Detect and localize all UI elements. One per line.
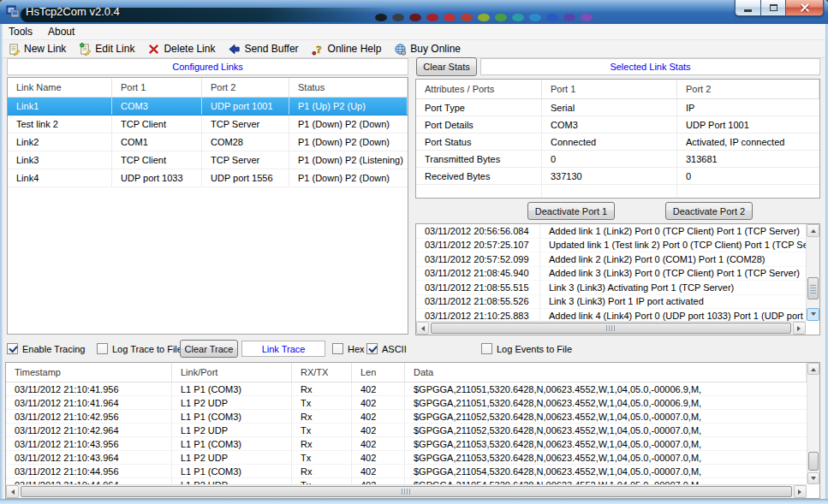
table-cell: Tx — [292, 478, 352, 484]
scroll-thumb[interactable] — [21, 486, 792, 497]
table-row[interactable]: Link4UDP port 1033UDP port 1556P1 (Down)… — [8, 169, 408, 187]
scroll-thumb[interactable] — [807, 277, 819, 299]
buy-online-button[interactable]: Buy Online — [389, 42, 466, 56]
column-header[interactable]: Port 1 — [542, 80, 677, 98]
column-header[interactable]: Data — [405, 363, 807, 382]
menu-about[interactable]: About — [41, 25, 81, 39]
scroll-down-button[interactable] — [807, 308, 819, 321]
send-buffer-icon — [228, 43, 241, 56]
column-header[interactable]: Len — [352, 363, 405, 382]
table-cell: TCP Client — [112, 151, 202, 169]
table-row[interactable]: 03/11/2012 21:10:43.964L1 P2 UDPTx402$GP… — [6, 451, 807, 465]
table-row[interactable] — [416, 185, 819, 199]
table-cell: Added link 3 (Link3) Port 0 (TCP Client)… — [540, 267, 806, 281]
clear-trace-button[interactable]: Clear Trace — [180, 340, 238, 358]
menu-tools[interactable]: Tools — [2, 25, 39, 39]
table-row[interactable]: 03/11/2012 21:08:55.526Link 3 (Link3) Po… — [416, 295, 806, 310]
deactivate-port1-button[interactable]: Deactivate Port 1 — [527, 202, 615, 220]
scroll-thumb[interactable] — [431, 323, 791, 334]
table-row[interactable]: Link1COM3UDP port 1001P1 (Up) P2 (Up) — [8, 98, 408, 116]
log-trace-to-file-checkbox[interactable]: Log Trace to File — [97, 343, 182, 354]
table-row[interactable]: Port DetailsCOM3UDP Port 1001 — [416, 116, 819, 133]
online-help-icon: ? — [312, 43, 325, 56]
hex-checkbox[interactable]: Hex — [332, 343, 365, 354]
minimize-button[interactable] — [735, 0, 760, 16]
table-cell: COM3 — [542, 116, 677, 133]
table-row[interactable]: Test link 2TCP ClientTCP ServerP1 (Down)… — [8, 116, 408, 133]
table-row[interactable]: 03/11/2012 21:10:41.964L1 P2 UDPTx402$GP… — [6, 396, 807, 410]
column-header[interactable]: Port 1 — [112, 78, 202, 97]
table-cell: Received Bytes — [416, 168, 542, 184]
edit-link-button[interactable]: Edit Link — [74, 42, 140, 56]
close-button[interactable] — [786, 0, 824, 16]
desktop-dot — [461, 14, 473, 21]
table-row[interactable]: Port StatusConnectedActivated, IP connec… — [416, 133, 819, 151]
table-row[interactable]: Received Bytes3371300 — [416, 168, 819, 185]
trace-vertical-scrollbar[interactable] — [807, 363, 819, 484]
column-header[interactable]: RX/TX — [292, 363, 352, 382]
arrow-down-icon — [811, 312, 816, 318]
trace-horizontal-scrollbar[interactable] — [6, 484, 807, 498]
scroll-up-button[interactable] — [807, 224, 819, 237]
thumb-grip-icon — [810, 283, 816, 294]
table-row[interactable]: 03/11/2012 21:10:41.956L1 P1 (COM3)Rx402… — [6, 382, 807, 396]
scroll-left-button[interactable] — [6, 485, 19, 498]
desktop-dot — [495, 14, 507, 21]
table-row[interactable]: 03/11/2012 21:10:43.956L1 P1 (COM3)Rx402… — [6, 437, 807, 451]
scroll-up-button[interactable] — [807, 363, 819, 375]
scroll-right-button[interactable] — [793, 322, 806, 335]
table-row[interactable]: 03/11/2012 20:57:25.107Updated link 1 (T… — [416, 239, 806, 253]
clear-stats-button[interactable]: Clear Stats — [416, 57, 477, 76]
table-row[interactable]: Transmitted Bytes0313681 — [416, 151, 819, 168]
table-cell: $GPGGA,211052,5320.6428,N,00623.4552,W,1… — [405, 410, 807, 423]
table-cell: L1 P2 UDP — [172, 478, 292, 484]
table-row[interactable]: 03/11/2012 21:08:55.515Link 3 (Link3) Ac… — [416, 281, 806, 295]
table-row[interactable]: 03/11/2012 21:10:44.956L1 P1 (COM3)Rx402… — [6, 465, 807, 478]
table-cell: 03/11/2012 20:57:25.107 — [416, 239, 540, 252]
table-cell: Rx — [292, 410, 352, 423]
table-cell: 03/11/2012 21:10:25.883 — [416, 309, 540, 321]
event-log-horizontal-scrollbar[interactable] — [416, 321, 806, 335]
table-row[interactable]: 03/11/2012 21:10:44.964L1 P2 UDPTx402$GP… — [6, 478, 807, 484]
toolbar-button-label: Delete Link — [164, 43, 215, 55]
column-header[interactable]: Port 2 — [677, 80, 819, 98]
table-row[interactable]: 03/11/2012 20:57:52.099Added link 2 (Lin… — [416, 252, 806, 267]
enable-tracing-checkbox[interactable]: Enable Tracing — [7, 343, 85, 354]
table-row[interactable]: 03/11/2012 21:08:45.940Added link 3 (Lin… — [416, 267, 806, 282]
event-log-vertical-scrollbar[interactable] — [806, 224, 819, 321]
table-cell: Tx — [292, 424, 352, 436]
new-link-button[interactable]: New Link — [3, 42, 71, 56]
online-help-button[interactable]: ? Online Help — [307, 42, 387, 56]
table-cell: Tx — [292, 396, 352, 409]
table-row[interactable]: 03/11/2012 21:10:42.964L1 P2 UDPTx402$GP… — [6, 424, 807, 437]
column-header[interactable]: Link/Port — [172, 363, 292, 382]
table-row[interactable]: Port TypeSerialIP — [416, 99, 819, 116]
column-header[interactable]: Link Name — [8, 78, 112, 97]
scroll-left-button[interactable] — [416, 322, 429, 335]
table-row[interactable]: 03/11/2012 21:10:42.956L1 P1 (COM3)Rx402… — [6, 410, 807, 424]
deactivate-port2-button[interactable]: Deactivate Port 2 — [665, 202, 753, 220]
ascii-checkbox[interactable]: ASCII — [366, 343, 407, 354]
column-header[interactable]: Port 2 — [202, 78, 289, 97]
desktop-dot — [426, 14, 438, 21]
scroll-down-button[interactable] — [807, 472, 819, 484]
table-row[interactable]: Link3TCP ClientTCP ServerP1 (Down) P2 (L… — [8, 151, 408, 169]
column-header[interactable]: Timestamp — [6, 363, 172, 382]
column-header[interactable]: Attributes / Ports — [416, 80, 542, 98]
send-buffer-button[interactable]: Send Buffer — [223, 42, 303, 56]
table-cell: 402 — [352, 382, 405, 395]
table-cell: Port Status — [416, 133, 542, 150]
table-cell: 03/11/2012 21:10:42.956 — [6, 410, 172, 423]
column-header[interactable]: Status — [289, 78, 408, 97]
delete-link-button[interactable]: Delete Link — [142, 42, 220, 56]
scroll-thumb[interactable] — [808, 452, 819, 471]
table-cell: Transmitted Bytes — [416, 151, 542, 167]
table-row[interactable]: 03/11/2012 21:10:25.883Added link 4 (Lin… — [416, 309, 806, 321]
log-events-to-file-checkbox[interactable]: Log Events to File — [481, 343, 572, 354]
event-log-list: 03/11/2012 20:56:56.084Added link 1 (Lin… — [415, 223, 820, 335]
configured-links-table: Link NamePort 1Port 2Status Link1COM3UDP… — [7, 77, 408, 335]
table-row[interactable]: 03/11/2012 20:56:56.084Added link 1 (Lin… — [416, 224, 806, 239]
table-row[interactable]: Link2COM1COM28P1 (Down) P2 (Down) — [8, 133, 408, 151]
scroll-right-button[interactable] — [794, 485, 807, 498]
maximize-button[interactable] — [760, 0, 786, 16]
